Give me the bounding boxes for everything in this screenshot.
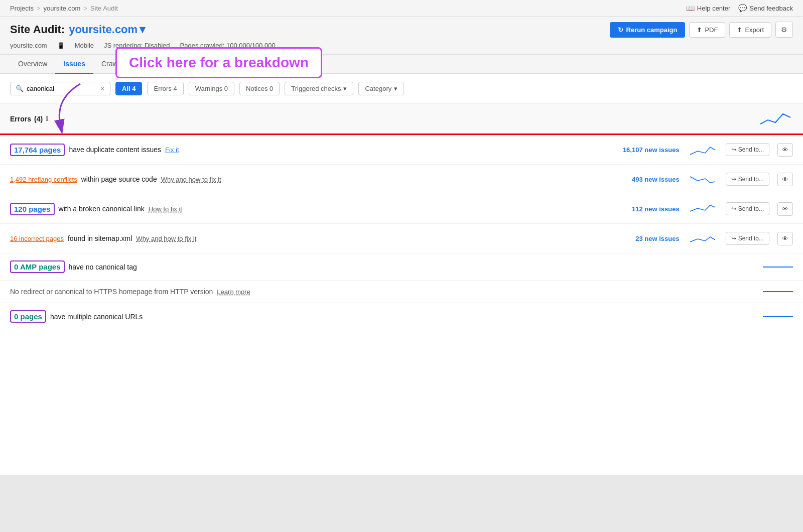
- feedback-icon: 💬: [738, 4, 747, 12]
- new-issues-count: 23 new issues: [619, 235, 680, 242]
- issue-row: 1,492 hreflang conflicts within page sou…: [0, 165, 803, 194]
- send-to-button[interactable]: ↪ Send to...: [726, 232, 769, 245]
- issue-text: within page source code: [81, 175, 157, 183]
- new-issues-count: 112 new issues: [619, 205, 680, 213]
- mini-line-chart: [763, 267, 793, 268]
- annotation-overlay: Click here for a breakdown: [115, 47, 322, 78]
- eye-button[interactable]: 👁: [777, 173, 793, 186]
- eye-button[interactable]: 👁: [777, 202, 793, 216]
- mini-line-chart: [763, 316, 793, 317]
- eye-button[interactable]: 👁: [777, 143, 793, 157]
- filter-all-button[interactable]: All 4: [115, 82, 142, 95]
- triggered-checks-dropdown[interactable]: Triggered checks ▾: [285, 82, 353, 95]
- clear-search-icon[interactable]: ✕: [100, 85, 105, 92]
- send-to-button[interactable]: ↪ Send to...: [726, 143, 769, 156]
- why-fix-link[interactable]: Why and how to fix it: [136, 235, 196, 242]
- issue-count: 17,764 pages: [10, 144, 65, 156]
- filter-errors-button[interactable]: Errors 4: [147, 82, 183, 95]
- send-feedback-button[interactable]: 💬 Send feedback: [738, 4, 793, 12]
- section-count: (4): [34, 115, 43, 123]
- new-issues-count: 493 new issues: [619, 176, 680, 183]
- book-icon: 📖: [686, 4, 695, 12]
- send-icon: ↪: [731, 205, 736, 212]
- issue-count: 0 pages: [10, 310, 46, 323]
- eye-button[interactable]: 👁: [777, 232, 793, 245]
- issue-text: have no canonical tag: [69, 263, 137, 271]
- issue-left: 0 AMP pages have no canonical tag: [10, 260, 689, 273]
- main-content: 🔍 ✕ All 4 Errors 4 Warnings 0 Notices 0 …: [0, 74, 803, 475]
- export-button[interactable]: ⬆ Export: [729, 22, 771, 38]
- mini-line-chart: [763, 291, 793, 292]
- issue-count: 120 pages: [10, 203, 55, 215]
- issue-count-link[interactable]: 1,492 hreflang conflicts: [10, 176, 77, 183]
- issue-text: with a broken canonical link: [59, 205, 145, 213]
- annotation-box: Click here for a breakdown: [115, 47, 322, 78]
- issue-right: 16,107 new issues ↪ Send to... 👁: [619, 142, 793, 157]
- send-icon: ↪: [731, 235, 736, 242]
- issue-left: 16 incorrect pages found in sitemap.xml …: [10, 234, 613, 242]
- section-mini-chart: [758, 110, 793, 127]
- header-buttons: ↻ Rerun campaign ⬆ PDF ⬆ Export ⚙: [610, 22, 793, 38]
- issue-count: 0 AMP pages: [10, 260, 65, 273]
- breadcrumb-audit: Site Audit: [90, 5, 118, 12]
- send-icon: ↪: [731, 146, 736, 153]
- gear-icon: ⚙: [781, 26, 787, 34]
- mini-trend-chart: [688, 231, 718, 246]
- issue-right: 493 new issues ↪ Send to... 👁: [619, 172, 793, 187]
- why-fix-link[interactable]: Why and how to fix it: [161, 176, 221, 183]
- tab-overview[interactable]: Overview: [10, 55, 55, 74]
- eye-icon: 👁: [782, 205, 788, 213]
- issue-row: 120 pages with a broken canonical link H…: [0, 194, 803, 224]
- mini-trend-chart: [688, 172, 718, 187]
- send-to-button[interactable]: ↪ Send to...: [726, 202, 769, 215]
- send-to-button[interactable]: ↪ Send to...: [726, 173, 769, 186]
- filters-bar: 🔍 ✕ All 4 Errors 4 Warnings 0 Notices 0 …: [0, 74, 803, 104]
- mini-trend-chart: [688, 201, 718, 216]
- eye-icon: 👁: [782, 235, 788, 242]
- how-fix-link[interactable]: How to fix it: [149, 205, 182, 213]
- issue-text: have multiple canonical URLs: [50, 313, 143, 321]
- settings-button[interactable]: ⚙: [775, 22, 793, 38]
- errors-section-header: Errors (4) ℹ: [0, 104, 803, 135]
- eye-icon: 👁: [782, 176, 788, 183]
- fix-it-link[interactable]: Fix it: [165, 146, 179, 154]
- tabs-container: Overview Issues Crawled... Click here fo…: [0, 55, 803, 74]
- new-issues-count: 16,107 new issues: [619, 146, 680, 154]
- issue-right: [695, 267, 793, 268]
- issue-row: No redirect or canonical to HTTPS homepa…: [0, 281, 803, 303]
- page-title: Site Audit: yoursite.com ▾: [10, 23, 145, 36]
- filter-notices-button[interactable]: Notices 0: [239, 82, 280, 95]
- section-chart-area: [758, 110, 793, 127]
- refresh-icon: ↻: [618, 26, 623, 34]
- rerun-campaign-button[interactable]: ↻ Rerun campaign: [610, 22, 686, 38]
- meta-device: Mobile: [75, 42, 94, 49]
- search-input-wrap: 🔍 ✕: [10, 82, 110, 95]
- send-icon: ↪: [731, 176, 736, 183]
- top-bar: Projects > yoursite.com > Site Audit 📖 H…: [0, 0, 803, 17]
- issue-row: 0 AMP pages have no canonical tag: [0, 253, 803, 281]
- issue-count-link[interactable]: 16 incorrect pages: [10, 235, 64, 242]
- issue-row: 16 incorrect pages found in sitemap.xml …: [0, 224, 803, 253]
- breadcrumb-projects[interactable]: Projects: [10, 5, 34, 12]
- search-input[interactable]: [27, 85, 97, 92]
- issue-text: No redirect or canonical to HTTPS homepa…: [10, 288, 213, 296]
- help-center-button[interactable]: 📖 Help center: [686, 4, 730, 12]
- issue-text: have duplicate content issues: [69, 146, 161, 154]
- search-icon: 🔍: [16, 85, 24, 92]
- chevron-down-icon: ▾: [394, 85, 397, 92]
- mini-trend-chart: [688, 142, 718, 157]
- section-title: Errors (4) ℹ: [10, 115, 48, 123]
- learn-more-link[interactable]: Learn more: [217, 288, 250, 296]
- info-icon[interactable]: ℹ: [46, 115, 48, 122]
- site-name-dropdown[interactable]: yoursite.com ▾: [69, 23, 145, 36]
- chevron-down-icon: ▾: [343, 85, 347, 92]
- chevron-down-icon: ▾: [140, 23, 145, 36]
- tab-issues[interactable]: Issues: [55, 55, 93, 74]
- pdf-button[interactable]: ⬆ PDF: [689, 22, 725, 38]
- header-row-1: Site Audit: yoursite.com ▾ ↻ Rerun campa…: [10, 22, 793, 38]
- breadcrumb-site[interactable]: yoursite.com: [44, 5, 81, 12]
- filter-warnings-button[interactable]: Warnings 0: [189, 82, 234, 95]
- category-dropdown[interactable]: Category ▾: [358, 82, 404, 95]
- issue-row: 17,764 pages have duplicate content issu…: [0, 135, 803, 165]
- issue-text: found in sitemap.xml: [68, 234, 132, 242]
